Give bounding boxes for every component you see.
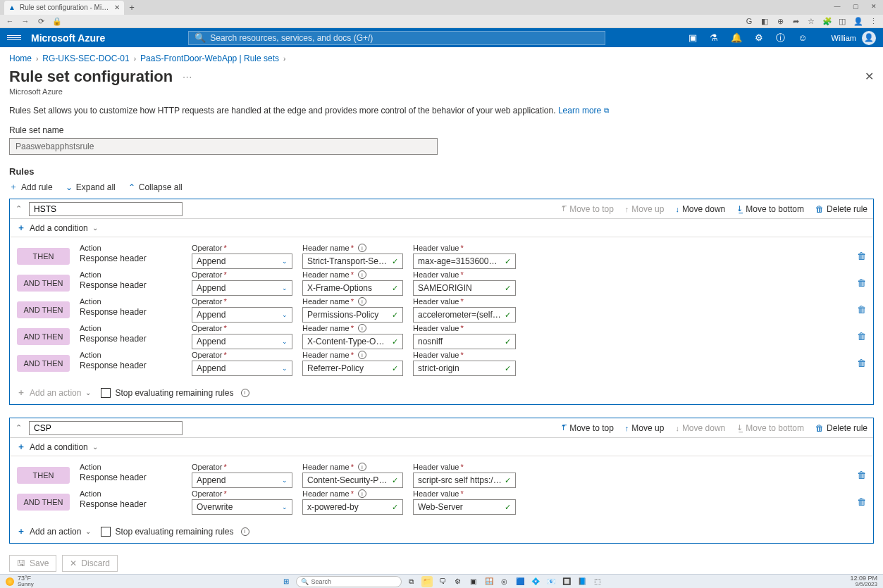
- share-icon[interactable]: ➦: [791, 17, 800, 26]
- move-to-bottom-button[interactable]: ↓̲Move to bottom: [736, 204, 804, 214]
- sidepanel-icon[interactable]: ◫: [838, 17, 846, 26]
- info-icon[interactable]: i: [241, 389, 249, 397]
- window-maximize[interactable]: ▢: [846, 0, 865, 12]
- operator-select[interactable]: Append⌄: [192, 361, 292, 376]
- stop-evaluating-checkbox[interactable]: [101, 527, 111, 537]
- move-to-top-button[interactable]: ↑̅Move to top: [560, 423, 614, 433]
- profile-icon[interactable]: 👤: [853, 17, 862, 26]
- delete-rule-button[interactable]: 🗑Delete rule: [815, 204, 867, 214]
- breadcrumb-item[interactable]: PaaS-FrontDoor-WebApp | Rule sets: [140, 54, 279, 63]
- move-to-bottom-button[interactable]: ↓̲Move to bottom: [736, 423, 804, 433]
- brand-title[interactable]: Microsoft Azure: [31, 32, 105, 44]
- delete-action-button[interactable]: 🗑: [857, 351, 866, 368]
- expand-all-button[interactable]: ⌄Expand all: [66, 182, 116, 192]
- operator-select[interactable]: Append⌄: [192, 473, 292, 488]
- add-condition-button[interactable]: ＋Add a condition⌄: [17, 441, 866, 453]
- close-blade-icon[interactable]: ✕: [865, 70, 874, 83]
- header-name-input[interactable]: Referrer-Policy✓: [302, 361, 403, 376]
- info-icon[interactable]: i: [241, 527, 249, 536]
- info-icon[interactable]: i: [358, 463, 366, 471]
- move-up-button[interactable]: ↑Move up: [625, 204, 665, 214]
- header-value-input[interactable]: nosniff✓: [413, 334, 516, 349]
- header-name-input[interactable]: Content-Security-Policy✓: [302, 473, 403, 488]
- collapse-toggle-icon[interactable]: ⌃: [16, 204, 22, 213]
- info-icon[interactable]: i: [358, 297, 366, 306]
- rule-name-input[interactable]: [29, 202, 183, 216]
- info-icon[interactable]: i: [358, 351, 366, 359]
- help-icon[interactable]: ⓘ: [776, 32, 785, 44]
- header-value-input[interactable]: max-age=31536000; includ…✓: [413, 254, 516, 269]
- header-name-label: Header name *i: [302, 270, 403, 279]
- operator-select[interactable]: Append⌄: [192, 334, 292, 349]
- breadcrumb-item[interactable]: RG-UKS-SEC-DOC-01: [42, 54, 129, 63]
- browser-tab[interactable]: ▲ Rule set configuration - Microso ✕: [4, 1, 124, 15]
- move-down-button[interactable]: ↓Move down: [675, 423, 725, 433]
- delete-action-button[interactable]: 🗑: [857, 489, 866, 507]
- more-actions-icon[interactable]: ···: [183, 71, 192, 82]
- breadcrumb-item[interactable]: Home: [9, 54, 32, 63]
- menu-button[interactable]: [7, 35, 21, 40]
- add-action-button[interactable]: ＋Add an action⌄: [17, 525, 91, 537]
- operator-select[interactable]: Append⌄: [192, 307, 292, 323]
- header-value-input[interactable]: SAMEORIGIN✓: [413, 280, 516, 296]
- delete-action-button[interactable]: 🗑: [857, 270, 866, 288]
- directory-icon[interactable]: ⚗: [710, 32, 718, 43]
- add-rule-button[interactable]: ＋Add rule: [9, 181, 53, 193]
- search-input[interactable]: [210, 33, 599, 43]
- window-close[interactable]: ✕: [865, 0, 883, 12]
- nav-back-icon[interactable]: ←: [6, 17, 14, 25]
- delete-action-button[interactable]: 🗑: [857, 324, 866, 342]
- operator-select[interactable]: Overwrite⌄: [192, 499, 292, 515]
- header-name-input[interactable]: Permissions-Policy✓: [302, 307, 403, 323]
- info-icon[interactable]: i: [358, 324, 366, 332]
- menu-icon[interactable]: ⋮: [869, 17, 877, 26]
- zoom-icon[interactable]: ⊕: [776, 17, 784, 26]
- add-action-button[interactable]: ＋Add an action⌄: [17, 387, 91, 399]
- operator-select[interactable]: Append⌄: [192, 254, 292, 269]
- delete-action-button[interactable]: 🗑: [857, 297, 866, 315]
- header-value-input[interactable]: Web-Server✓: [413, 499, 516, 515]
- stop-evaluating-checkbox[interactable]: [101, 388, 111, 398]
- learn-more-link[interactable]: Learn more ⧉: [558, 106, 609, 115]
- collapse-toggle-icon[interactable]: ⌃: [16, 423, 22, 432]
- delete-rule-button[interactable]: 🗑Delete rule: [815, 423, 867, 433]
- delete-action-button[interactable]: 🗑: [857, 244, 866, 261]
- operator-select[interactable]: Append⌄: [192, 280, 292, 296]
- nav-reload-icon[interactable]: ⟳: [37, 17, 45, 26]
- info-icon[interactable]: i: [358, 244, 366, 252]
- header-name-input[interactable]: X-Content-Type-Options✓: [302, 334, 403, 349]
- move-down-button[interactable]: ↓Move down: [675, 204, 725, 214]
- move-to-top-button[interactable]: ↑̅Move to top: [560, 204, 614, 214]
- header-value-input[interactable]: accelerometer=(self), camer…✓: [413, 307, 516, 323]
- collapse-all-button[interactable]: ⌃Collapse all: [128, 182, 183, 192]
- feedback-icon[interactable]: ☺: [798, 32, 807, 43]
- header-value-input[interactable]: strict-origin✓: [413, 361, 516, 376]
- discard-button[interactable]: ✕Discard: [62, 555, 118, 572]
- header-name-input[interactable]: x-powered-by✓: [302, 499, 403, 515]
- header-value-input[interactable]: script-src self https://webap…✓: [413, 473, 516, 488]
- notifications-icon[interactable]: 🔔: [731, 32, 742, 43]
- move-up-button[interactable]: ↑Move up: [625, 423, 665, 433]
- tab-close-icon[interactable]: ✕: [114, 4, 120, 11]
- extensions-icon[interactable]: 🧩: [822, 17, 831, 26]
- update-icon[interactable]: ◧: [760, 17, 769, 26]
- save-button[interactable]: 🖫Save: [9, 555, 56, 572]
- translate-icon[interactable]: G: [745, 17, 753, 25]
- user-account[interactable]: William 👤: [820, 31, 876, 45]
- settings-icon[interactable]: ⚙: [755, 32, 763, 43]
- cloud-shell-icon[interactable]: ▣: [689, 32, 697, 43]
- new-tab-button[interactable]: +: [126, 2, 137, 13]
- global-search[interactable]: 🔍: [188, 31, 605, 45]
- header-name-input[interactable]: X-Frame-Options✓: [302, 280, 403, 296]
- action-label: Action: [80, 351, 182, 359]
- info-icon[interactable]: i: [358, 270, 366, 279]
- header-name-input[interactable]: Strict-Transport-Security✓: [302, 254, 403, 269]
- add-condition-button[interactable]: ＋Add a condition⌄: [17, 222, 866, 234]
- and-then-badge: AND THEN: [17, 275, 70, 292]
- bookmark-icon[interactable]: ☆: [807, 17, 815, 26]
- delete-action-button[interactable]: 🗑: [857, 463, 866, 480]
- info-icon[interactable]: i: [358, 489, 366, 498]
- rule-name-input[interactable]: [29, 421, 183, 435]
- window-minimize[interactable]: —: [828, 0, 846, 12]
- nav-forward-icon[interactable]: →: [21, 17, 30, 25]
